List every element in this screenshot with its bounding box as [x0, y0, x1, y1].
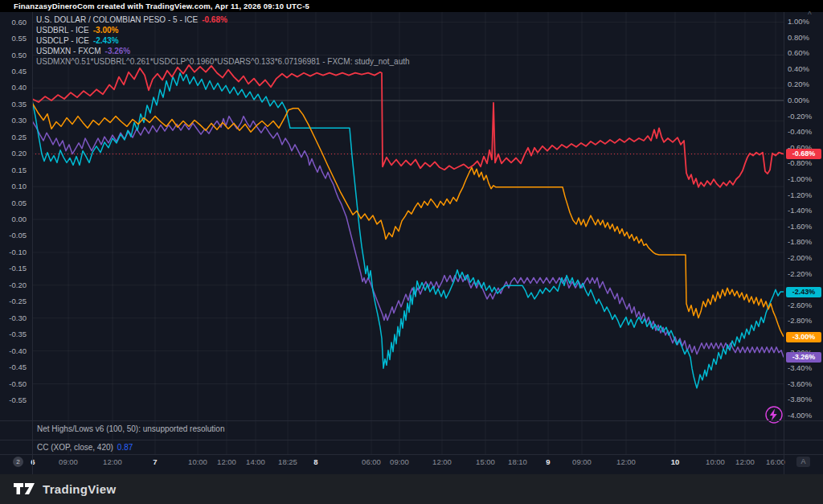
left-scale-border: [32, 12, 33, 474]
right-axis-tick: 1.00%: [788, 18, 809, 26]
price-label-badge: -0.68%: [786, 149, 821, 159]
right-axis-tick: -2.20%: [788, 270, 812, 278]
right-axis-tick: -0.40%: [788, 128, 812, 136]
right-axis-tick: 0.00%: [788, 96, 809, 104]
legend-row-title: USDMXN - FXCM: [36, 47, 101, 55]
pane-separator[interactable]: [0, 440, 823, 440]
marker-count-badge[interactable]: 2: [13, 457, 23, 467]
time-tick: 12:00: [432, 457, 452, 466]
series-usdmxn-line[interactable]: [32, 117, 784, 358]
footer-bar: TradingView: [0, 474, 823, 504]
time-tick: 12:00: [735, 457, 755, 466]
legend-row-change-value: -3.26%: [105, 47, 131, 55]
left-axis-tick: -0.30: [9, 314, 27, 322]
right-axis-tick: -1.00%: [788, 175, 812, 183]
legend-row[interactable]: USDMXN - FXCM-3.26%: [36, 47, 410, 57]
right-axis-tick: -3.40%: [788, 364, 812, 372]
chart-plot[interactable]: [32, 12, 784, 454]
pane-separator[interactable]: [0, 420, 823, 421]
time-tick-day: 8: [313, 457, 317, 466]
right-axis-tick: -0.80%: [788, 159, 812, 167]
left-axis-tick: 0.20: [12, 150, 27, 158]
legend-row[interactable]: USDMXN^0.51*USDBRL^0.261*USDCLP^0.1960*U…: [36, 57, 410, 68]
chevron-up-icon[interactable]: ^: [808, 11, 812, 19]
right-axis-tick: -2.80%: [788, 317, 812, 325]
legend: U.S. DOLLAR / COLOMBIAN PESO - 5 - ICE-0…: [36, 15, 410, 67]
right-axis-tick: -1.40%: [788, 207, 812, 215]
left-axis-tick: 0.40: [12, 84, 27, 92]
time-tick: 09:00: [59, 457, 78, 466]
left-axis-tick: -0.45: [9, 363, 27, 371]
legend-row[interactable]: U.S. DOLLAR / COLOMBIAN PESO - 5 - ICE-0…: [36, 15, 410, 26]
right-axis-tick: -1.80%: [788, 238, 812, 246]
right-axis-tick: -4.00%: [788, 412, 812, 420]
right-axis-tick: -2.60%: [788, 301, 812, 309]
right-axis-tick: -0.20%: [788, 113, 812, 121]
time-tick: 18:10: [508, 457, 527, 466]
right-axis-tick: -3.60%: [788, 380, 812, 388]
left-axis-tick: 0.10: [12, 182, 27, 191]
time-tick: 12:00: [217, 457, 236, 466]
left-price-scale[interactable]: 0.600.550.500.450.400.350.300.250.200.15…: [0, 12, 30, 454]
lightning-icon: [764, 405, 784, 424]
time-tick: 09:00: [572, 457, 592, 466]
left-axis-tick: -0.35: [9, 330, 27, 338]
price-label-badge: -3.26%: [786, 352, 821, 363]
flash-boost-button[interactable]: [764, 405, 784, 424]
left-axis-tick: -0.05: [9, 232, 27, 240]
legend-row-title: USDBRL - ICE: [36, 26, 89, 35]
left-axis-tick: 0.50: [12, 51, 27, 59]
legend-row-change-value: -3.00%: [93, 26, 119, 35]
time-tick: 16:00: [766, 457, 785, 466]
left-axis-tick: 0.45: [12, 68, 27, 76]
left-axis-tick: 0.60: [12, 18, 27, 27]
time-tick: 06:00: [362, 457, 381, 466]
time-axis-border: [0, 454, 823, 455]
legend-row[interactable]: USDBRL - ICE-3.00%: [36, 26, 410, 36]
left-axis-tick: -0.10: [9, 248, 27, 256]
right-axis-tick: -1.60%: [788, 223, 812, 231]
left-axis-tick: -0.55: [9, 396, 27, 404]
autoscale-button[interactable]: A: [796, 457, 810, 467]
indicator-label-net-highs-lows[interactable]: Net Highs/Lows v6 (100, 50): unsupported…: [37, 424, 224, 433]
left-axis-tick: 0.35: [12, 100, 27, 109]
left-axis-tick: 0.55: [12, 35, 27, 43]
watermark-bar: FinanzasyDineroCom created with TradingV…: [0, 0, 823, 12]
left-axis-tick: -0.25: [9, 297, 27, 305]
right-axis-tick: 0.80%: [788, 34, 809, 42]
left-axis-tick: -0.50: [9, 380, 27, 388]
time-tick-day: 7: [153, 457, 157, 466]
right-scale-border: [784, 12, 784, 474]
time-tick-day: 10: [671, 457, 680, 466]
time-tick: 12:00: [103, 457, 122, 466]
legend-row[interactable]: USDCLP - ICE-2.43%: [36, 36, 410, 47]
right-price-scale[interactable]: 1.00%0.80%0.60%0.40%0.20%0.00%-0.20%-0.4…: [784, 12, 823, 454]
legend-row-title: USDCLP - ICE: [36, 36, 89, 45]
price-label-badge: -2.43%: [786, 287, 821, 297]
right-axis-tick: 0.40%: [788, 65, 809, 73]
time-tick: 09:00: [390, 457, 409, 466]
time-tick: 12:00: [616, 457, 636, 466]
legend-row-change-value: -2.43%: [93, 36, 119, 45]
time-tick: 18:25: [278, 457, 297, 466]
series-usdclp-line[interactable]: [32, 73, 784, 388]
tradingview-logo-icon[interactable]: [14, 483, 36, 496]
left-axis-tick: 0.15: [12, 166, 27, 174]
legend-row-change-value: -0.68%: [202, 15, 227, 24]
indicator-title: Net Highs/Lows v6 (100, 50): unsupported…: [37, 424, 224, 433]
left-axis-tick: 0.30: [12, 117, 27, 125]
tradingview-logo-text[interactable]: TradingView: [43, 482, 116, 496]
left-axis-tick: -0.40: [9, 347, 27, 355]
right-axis-tick: -3.80%: [788, 395, 812, 404]
series-usdcop-line[interactable]: [32, 65, 784, 187]
left-axis-tick: 0.00: [12, 215, 27, 223]
indicator-title: CC (XOP, close, 420): [37, 443, 113, 452]
time-tick: 15:00: [476, 457, 495, 466]
price-label-badge: -3.00%: [786, 332, 821, 342]
watermark-text: FinanzasyDineroCom created with TradingV…: [14, 2, 309, 10]
left-axis-tick: 0.25: [12, 133, 27, 141]
time-tick: 14:00: [246, 457, 265, 466]
indicator-label-cc[interactable]: CC (XOP, close, 420)0.87: [37, 443, 133, 452]
left-axis-tick: -0.15: [9, 264, 27, 272]
indicator-value: 0.87: [117, 443, 133, 452]
